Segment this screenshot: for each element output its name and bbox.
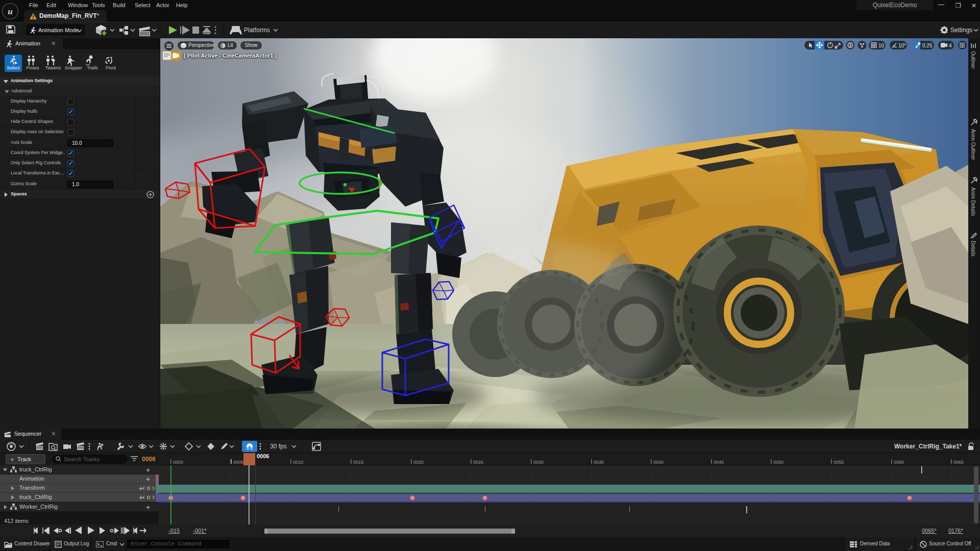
svg-text:10: 10 (878, 43, 885, 48)
svg-text:0006: 0006 (257, 453, 269, 459)
svg-text:0045: 0045 (714, 460, 724, 465)
svg-text:-001*: -001* (193, 528, 207, 534)
svg-text:0010: 0010 (293, 460, 303, 465)
svg-text:0030: 0030 (533, 460, 544, 465)
svg-text:0.25: 0.25 (922, 43, 933, 48)
svg-text:0035: 0035 (594, 460, 604, 465)
svg-text:u: u (8, 7, 12, 16)
svg-text:-015: -015 (168, 528, 180, 534)
svg-text:0000: 0000 (173, 460, 183, 465)
svg-text:0050: 0050 (773, 460, 783, 465)
svg-text:Settings: Settings (950, 27, 972, 34)
svg-text:0055: 0055 (834, 460, 844, 465)
svg-text:0020: 0020 (413, 460, 424, 465)
svg-text:0065: 0065 (953, 460, 964, 465)
svg-text:0015: 0015 (353, 460, 363, 465)
svg-text:0025: 0025 (473, 460, 483, 465)
svg-text:Platforms: Platforms (244, 27, 270, 34)
svg-text:10°: 10° (898, 43, 906, 48)
svg-text:0040: 0040 (653, 460, 664, 465)
svg-text:0060: 0060 (894, 460, 904, 465)
svg-text:Worker_CtrlRig_Take1*: Worker_CtrlRig_Take1* (894, 443, 962, 450)
svg-text:30 fps: 30 fps (270, 443, 287, 450)
svg-text:0176*: 0176* (948, 528, 963, 534)
svg-text:0005: 0005 (233, 460, 243, 465)
svg-text:4: 4 (949, 43, 952, 48)
svg-text:0065*: 0065* (922, 528, 937, 534)
